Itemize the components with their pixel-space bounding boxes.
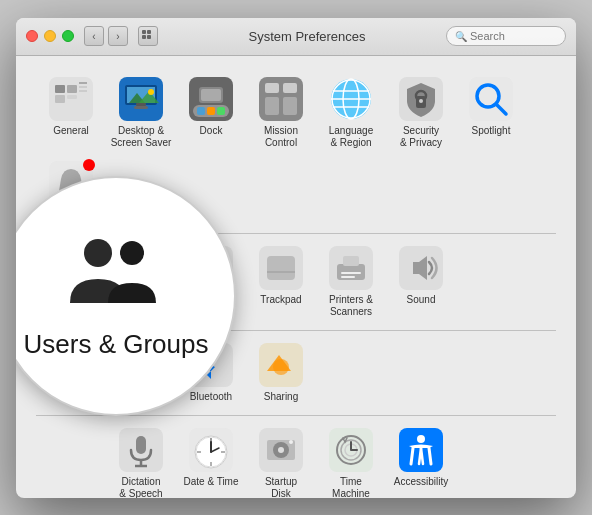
- svg-rect-30: [265, 97, 279, 115]
- svg-rect-29: [283, 83, 297, 93]
- svg-point-17: [148, 89, 154, 95]
- svg-point-81: [273, 359, 289, 375]
- pref-icon-desktop: [119, 77, 163, 121]
- pref-item-sharing[interactable]: Sharing: [246, 337, 316, 409]
- users-groups-label: Users & Groups: [24, 329, 209, 360]
- pref-label-sharing: Sharing: [264, 391, 298, 403]
- notification-badge: [83, 159, 95, 171]
- svg-rect-83: [136, 436, 146, 454]
- pref-item-spotlight[interactable]: Spotlight: [456, 71, 526, 155]
- pref-icon-printers: [329, 246, 373, 290]
- pref-icon-dock: [189, 77, 233, 121]
- svg-rect-8: [67, 95, 77, 99]
- svg-line-107: [429, 448, 431, 464]
- forward-button[interactable]: ›: [108, 26, 128, 46]
- pref-label-timemachine: TimeMachine: [332, 476, 370, 498]
- pref-label-sound: Sound: [407, 294, 436, 306]
- grid-icon: [141, 29, 155, 43]
- svg-rect-6: [67, 85, 77, 93]
- svg-point-118: [84, 239, 112, 267]
- svg-rect-31: [283, 97, 297, 115]
- pref-item-language[interactable]: Language& Region: [316, 71, 386, 155]
- svg-rect-28: [265, 83, 279, 93]
- pref-item-startup[interactable]: StartupDisk: [246, 422, 316, 498]
- svg-line-106: [411, 448, 413, 464]
- svg-rect-22: [197, 107, 205, 115]
- pref-item-trackpad[interactable]: Trackpad: [246, 240, 316, 324]
- svg-rect-7: [55, 95, 65, 103]
- pref-icon-sharing: [259, 343, 303, 387]
- pref-item-dock[interactable]: Dock: [176, 71, 246, 155]
- svg-rect-5: [55, 85, 65, 93]
- minimize-button[interactable]: [44, 30, 56, 42]
- forward-icon: ›: [116, 31, 119, 42]
- users-groups-icon: [56, 231, 176, 315]
- pref-icon-dictation: [119, 428, 163, 472]
- pref-icon-timemachine: [329, 428, 373, 472]
- pref-icon-mission: [259, 77, 303, 121]
- svg-rect-74: [341, 276, 355, 278]
- svg-rect-69: [267, 256, 295, 280]
- pref-label-security: Security& Privacy: [400, 125, 442, 149]
- search-icon: 🔍: [455, 31, 467, 42]
- pref-item-desktop[interactable]: Desktop &Screen Saver: [106, 71, 176, 155]
- pref-label-general: General: [53, 125, 89, 137]
- system-section: Dictation& Speech: [36, 422, 556, 498]
- pref-label-dictation: Dictation& Speech: [119, 476, 162, 498]
- grid-view-button[interactable]: [138, 26, 158, 46]
- svg-rect-75: [343, 256, 359, 266]
- pref-icon-datetime: [189, 428, 233, 472]
- pref-icon-sound: [399, 246, 443, 290]
- pref-label-accessibility: Accessibility: [394, 476, 448, 488]
- pref-label-bluetooth: Bluetooth: [190, 391, 232, 403]
- back-button[interactable]: ‹: [84, 26, 104, 46]
- pref-label-printers: Printers &Scanners: [329, 294, 373, 318]
- pref-item-mission[interactable]: MissionControl: [246, 71, 316, 155]
- svg-point-119: [120, 241, 144, 265]
- svg-rect-18: [136, 103, 146, 106]
- svg-rect-0: [142, 30, 146, 34]
- search-bar[interactable]: 🔍: [446, 26, 566, 46]
- pref-item-sound[interactable]: Sound: [386, 240, 456, 324]
- svg-point-98: [278, 447, 284, 453]
- svg-rect-19: [134, 106, 148, 109]
- pref-item-datetime[interactable]: Date & Time: [176, 422, 246, 498]
- pref-label-startup: StartupDisk: [265, 476, 297, 498]
- search-input[interactable]: [470, 30, 560, 42]
- system-preferences-window: ‹ › System Preferences 🔍: [16, 18, 576, 498]
- traffic-lights: [26, 30, 74, 42]
- maximize-button[interactable]: [62, 30, 74, 42]
- pref-item-printers[interactable]: Printers &Scanners: [316, 240, 386, 324]
- pref-icon-general: [49, 77, 93, 121]
- back-icon: ‹: [92, 31, 95, 42]
- svg-point-99: [289, 440, 293, 444]
- close-button[interactable]: [26, 30, 38, 42]
- pref-label-language: Language& Region: [329, 125, 374, 149]
- pref-item-accessibility[interactable]: Accessibility: [386, 422, 456, 498]
- pref-label-desktop: Desktop &Screen Saver: [111, 125, 172, 149]
- pref-label-datetime: Date & Time: [183, 476, 238, 488]
- pref-icon-spotlight: [469, 77, 513, 121]
- pref-item-general[interactable]: General: [36, 71, 106, 155]
- pref-item-security[interactable]: Security& Privacy: [386, 71, 456, 155]
- pref-icon-startup: [259, 428, 303, 472]
- preferences-content: General: [16, 56, 576, 498]
- nav-buttons: ‹ ›: [84, 26, 128, 46]
- svg-rect-26: [201, 89, 221, 101]
- window-title: System Preferences: [168, 29, 446, 44]
- pref-icon-accessibility: [399, 428, 443, 472]
- svg-rect-1: [147, 30, 151, 34]
- titlebar: ‹ › System Preferences 🔍: [16, 18, 576, 56]
- pref-item-dictation[interactable]: Dictation& Speech: [106, 422, 176, 498]
- pref-label-trackpad: Trackpad: [260, 294, 301, 306]
- svg-point-41: [419, 99, 423, 103]
- pref-item-timemachine[interactable]: TimeMachine: [316, 422, 386, 498]
- svg-rect-73: [341, 272, 361, 274]
- pref-icon-trackpad: [259, 246, 303, 290]
- pref-icon-security: [399, 77, 443, 121]
- svg-point-105: [417, 435, 425, 443]
- svg-rect-23: [207, 107, 215, 115]
- pref-label-mission: MissionControl: [264, 125, 298, 149]
- pref-icon-language: [329, 77, 373, 121]
- pref-label-spotlight: Spotlight: [472, 125, 511, 137]
